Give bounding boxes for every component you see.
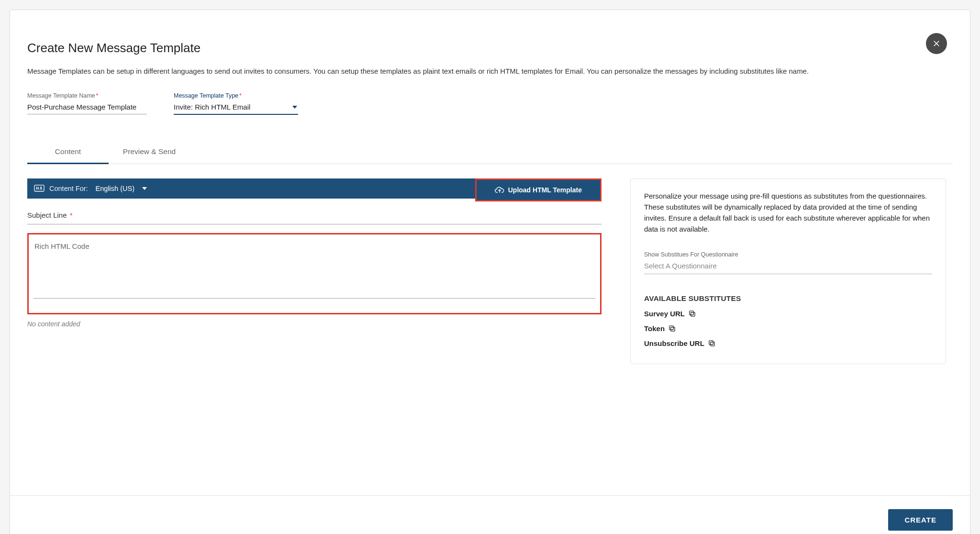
subject-line-block: Subject Line * (27, 211, 601, 224)
template-type-label: Message Template Type* (174, 92, 298, 99)
subject-line-label: Subject Line * (27, 211, 73, 219)
main-area: Content For: English (US) (27, 178, 953, 364)
rich-html-input[interactable]: Rich HTML Code (33, 239, 595, 299)
svg-rect-6 (709, 340, 713, 344)
copy-icon (668, 325, 676, 332)
template-name-input[interactable] (27, 101, 147, 114)
page-description: Message Templates can be setup in differ… (27, 66, 927, 77)
svg-rect-3 (671, 327, 675, 331)
close-button[interactable] (926, 33, 947, 54)
upload-html-template-button[interactable]: Upload HTML Template (491, 184, 586, 196)
svg-rect-2 (690, 311, 693, 314)
left-column: Content For: English (US) (27, 178, 601, 364)
questionnaire-placeholder: Select A Questionnaire (644, 262, 717, 270)
create-button[interactable]: CREATE (888, 509, 953, 531)
questionnaire-label: Show Substitues For Questionnaire (644, 251, 932, 258)
tab-bar: Content Preview & Send (27, 141, 953, 164)
tab-content[interactable]: Content (27, 141, 109, 164)
required-asterisk: * (96, 92, 99, 99)
available-substitutes-title: AVAILABLE SUBSTITUTES (644, 294, 932, 303)
svg-rect-0 (34, 185, 44, 191)
questionnaire-block: Show Substitues For Questionnaire Select… (644, 251, 932, 274)
substitute-item-survey-url[interactable]: Survey URL (644, 310, 932, 318)
copy-icon (708, 340, 715, 347)
language-value: English (US) (96, 185, 134, 192)
copy-icon (689, 310, 696, 317)
questionnaire-select[interactable]: Select A Questionnaire (644, 261, 932, 274)
footer-bar: CREATE (10, 495, 970, 531)
language-badge-icon (34, 185, 45, 192)
content-for-bar: Content For: English (US) (27, 178, 475, 199)
blue-bar-row: Content For: English (US) (27, 178, 601, 201)
substitute-item-token[interactable]: Token (644, 324, 932, 333)
chevron-down-icon (292, 106, 297, 109)
language-select[interactable]: English (US) (96, 185, 147, 192)
substitute-item-unsubscribe-url[interactable]: Unsubscribe URL (644, 339, 932, 347)
required-asterisk: * (239, 92, 242, 99)
rich-html-placeholder: Rich HTML Code (33, 239, 595, 253)
substitutes-description: Personalize your message using pre-fill … (644, 190, 932, 235)
required-asterisk: * (68, 211, 73, 219)
svg-rect-4 (669, 325, 673, 329)
template-name-label: Message Template Name* (27, 92, 147, 99)
rich-html-highlight: Rich HTML Code (27, 233, 601, 314)
upload-highlight: Upload HTML Template (475, 178, 601, 201)
svg-rect-1 (691, 312, 695, 316)
substitute-label: Token (644, 324, 665, 333)
substitutes-panel: Personalize your message using pre-fill … (630, 178, 946, 364)
template-type-value: Invite: Rich HTML Email (174, 103, 250, 111)
template-name-field: Message Template Name* (27, 92, 147, 115)
substitute-label: Unsubscribe URL (644, 339, 704, 347)
subject-line-input[interactable] (27, 224, 601, 224)
substitute-label: Survey URL (644, 310, 685, 318)
template-type-select[interactable]: Invite: Rich HTML Email (174, 101, 298, 115)
page-title: Create New Message Template (27, 41, 953, 56)
template-type-field: Message Template Type* Invite: Rich HTML… (174, 92, 298, 115)
no-content-text: No content added (27, 320, 601, 328)
cloud-upload-icon (495, 186, 504, 194)
close-icon (932, 39, 941, 48)
fields-row: Message Template Name* Message Template … (27, 92, 953, 115)
svg-rect-5 (711, 342, 714, 345)
substitutes-list: Survey URL Token Unsubscribe URL (644, 310, 932, 347)
content-for-label: Content For: (49, 185, 88, 192)
tab-preview-send[interactable]: Preview & Send (109, 141, 190, 164)
modal-frame: Create New Message Template Message Temp… (10, 10, 970, 534)
right-column: Personalize your message using pre-fill … (630, 178, 946, 364)
chevron-down-icon (142, 187, 147, 190)
upload-button-label: Upload HTML Template (508, 186, 582, 194)
